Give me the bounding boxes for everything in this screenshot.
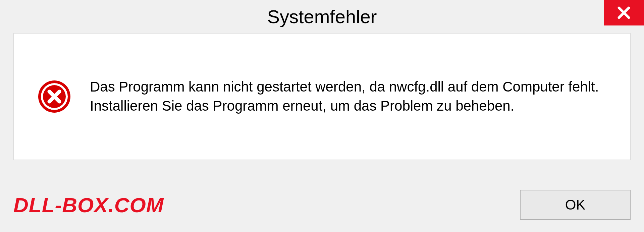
title-bar: Systemfehler	[0, 0, 644, 33]
dialog-title: Systemfehler	[267, 6, 377, 27]
content-panel: Das Programm kann nicht gestartet werden…	[13, 33, 631, 160]
error-message: Das Programm kann nicht gestartet werden…	[90, 77, 606, 115]
error-icon	[38, 80, 71, 113]
close-icon	[616, 5, 631, 20]
footer: DLL-BOX.COM OK	[0, 190, 644, 220]
error-dialog: Systemfehler Das Programm kann nicht ges…	[0, 0, 644, 232]
close-button[interactable]	[604, 0, 644, 25]
ok-button[interactable]: OK	[520, 190, 631, 220]
watermark-text: DLL-BOX.COM	[13, 193, 164, 217]
